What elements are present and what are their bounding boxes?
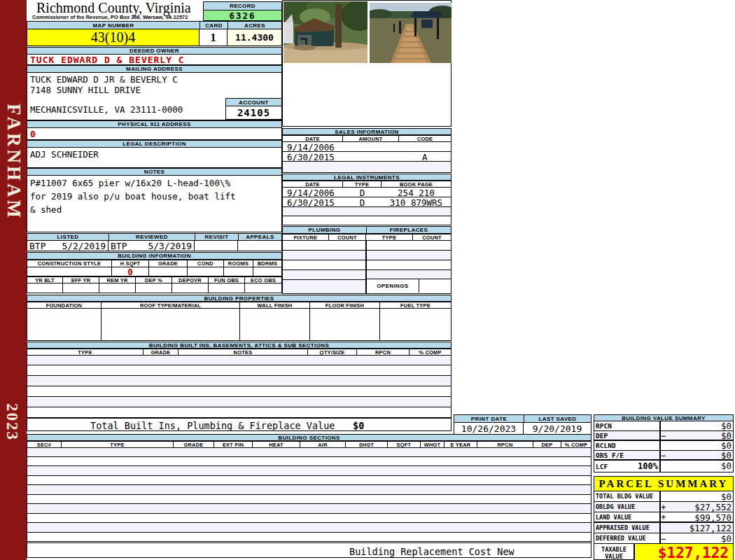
built-ins-header: TYPE GRADE NOTES QTY/SIZE RPCN % COMP [27,349,451,356]
commissioner-line: Commissioner of the Revenue, PO Box 366,… [32,14,188,20]
sales-row-empty [283,162,451,172]
physical-address-value: 0 [27,128,282,140]
cond-label: COND [188,260,224,267]
listed-value: BTP 5/2/2019 [27,241,108,251]
sales-row-code [399,142,451,151]
bvs-row-dep: DEP − $0 [594,431,733,441]
sales-code-label: CODE [399,135,451,142]
built-ins-total-row: Total Built Ins, Plumbing & Fireplace Va… [27,418,451,431]
appeals-value [238,241,282,251]
rooms-value [224,267,253,276]
yrblt-label: YR BLT [27,276,63,284]
sec-num-label: SEC# [27,441,62,448]
effyr-label: EFF YR [63,276,99,284]
property-record-card: FARNHAM 2023 Richmond County, Virginia C… [0,0,735,560]
instrument-row-2: 6/30/2015 D 310 879WRS [283,197,451,207]
district-spine: FARNHAM 2023 [0,0,27,560]
review-value-row: BTP 5/2/2019 BTP 5/3/2019 [27,241,282,251]
building-info-values-1: 0 [27,267,282,276]
fuel-type-value [380,309,451,341]
bvs-row-obs: OBS F/E − $0 [594,451,733,461]
parcel-summary-title: PARCEL SUMMARY [594,477,733,491]
photo-panel [282,0,451,127]
legal-description-label: LEGAL DESCRIPTION [27,140,282,148]
bvs-value: $0 [670,441,733,450]
revisit-label: REVISIT [195,233,238,241]
rooms-label: ROOMS [224,260,253,267]
roof-type-label: ROOF TYPE/MATERIAL [102,302,240,309]
plumbing-label: PLUMBING [282,226,366,234]
hsqft-value: 0 [112,267,149,276]
ecoobs-label: ECO OBS [245,276,282,284]
dock-photo[interactable] [370,3,451,63]
building-info-header-1: CONSTRUCTION STYLE H SQFT GRADE COND ROO… [27,260,282,267]
mailing-line-2: 7148 SUNNY HILL DRIVE [30,85,141,95]
sec-grade-label: GRADE [174,441,214,448]
wall-finish-value [240,309,310,341]
sales-row-amount [343,142,398,151]
last-saved-label: LAST SAVED [524,414,592,423]
parcel-row-land: LAND VALUE + $99,570 [594,512,733,523]
mailing-line-1: TUCK EDWARD D JR & BEVERLY C [30,74,178,85]
sales-row-date: 9/14/2006 [283,142,343,151]
grade-label: GRADE [149,260,188,267]
tax-year: 2023 [3,403,21,441]
campsite-photo[interactable] [284,1,368,63]
bvs-label: OBS F/E [596,451,624,459]
instrument-row-date: 6/30/2015 [283,197,343,206]
reviewed-value: BTP 5/3/2019 [108,241,195,251]
reviewed-by: BTP [111,241,127,251]
sec-comp-label: % COMP [561,441,592,448]
map-number-label: MAP NUMBER [27,21,200,29]
sales-header-row: DATE AMOUNT CODE [282,135,451,142]
sales-information-label: SALES INFORMATION [282,128,451,135]
sales-date-label: DATE [282,135,343,142]
instrument-row-type: D [343,197,382,206]
parcel-row-obldg: OBLDG VALUE + $27,552 [594,502,733,512]
card-label: CARD [200,21,227,29]
dep-pct-value [136,284,172,293]
funobs-value [209,284,245,293]
notes-label: NOTES [27,168,282,176]
instrument-row-bookpage: 310 879WRS [382,197,451,206]
plumbing-rows [282,241,366,294]
bvs-op [661,441,670,450]
building-information-label: BUILDING INFORMATION [27,252,282,260]
sales-amount-label: AMOUNT [343,135,399,142]
account-value: 24105 [225,106,282,120]
record-value: 6326 [203,10,282,21]
sales-row-date: 6/30/2015 [283,152,343,161]
sec-dep-label: DEP [533,441,561,448]
sales-row-1: 9/14/2006 [283,142,451,152]
bvs-op: − [661,451,670,459]
building-sections-rows [27,448,592,542]
bvs-op [661,421,670,430]
print-info-header: PRINT DATE LAST SAVED [454,414,592,423]
map-value-row: 43(10)4 1 11.4300 [27,29,282,46]
notes-line-2: for 2019 also p/u boat house, boat lift [30,191,236,202]
sec-extfin-label: EXT FIN [214,441,253,448]
sec-whgt-label: WHGT [421,441,444,448]
bvs-op: − [661,431,670,440]
taxable-value: $127,122 [635,544,733,560]
building-value-summary-table: RPCN $0 DEP − $0 RCLND $0 OBS F/E − $0 [594,421,734,472]
bvs-label: LCF [596,463,608,470]
building-properties-header: FOUNDATION ROOF TYPE/MATERIAL WALL FINIS… [27,302,451,309]
card-value: 1 [200,29,227,46]
parcel-label: LAND VALUE [594,512,661,522]
parcel-op: + [661,512,670,522]
parcel-op: − [661,533,670,543]
plumbing-fireplaces-header: PLUMBING FIREPLACES [282,226,451,234]
effyr-value [63,284,99,293]
dep-pct-label: DEP % [136,276,172,284]
bvs-label: RPCN [596,422,612,430]
bvs-label: DEP [596,432,608,440]
bvs-row-lcf: LCF 100% $0 [594,461,733,472]
builtin-notes-label: NOTES [178,349,308,356]
parcel-row-appraised: APPRAISED VALUE $127,122 [594,523,733,533]
taxable-value-label: TAXABLE VALUE [594,544,635,560]
floor-finish-label: FLOOR FINISH [310,302,380,309]
sales-row-code: A [399,152,451,161]
building-value-summary-label: BUILDING VALUE SUMMARY [594,414,734,421]
parcel-label: TOTAL BLDG VALUE [594,491,661,501]
